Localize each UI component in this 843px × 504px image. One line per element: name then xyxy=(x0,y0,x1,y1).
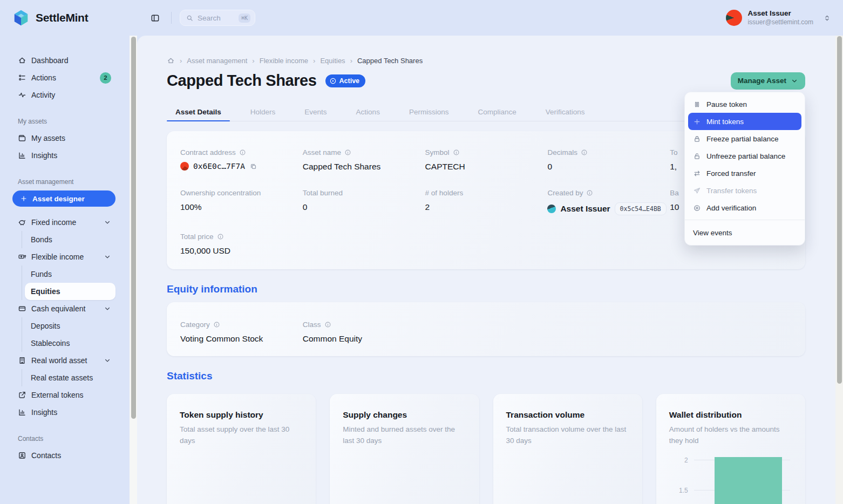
sidebar-item-external-tokens[interactable]: External tokens xyxy=(12,386,115,404)
tab-holders[interactable]: Holders xyxy=(242,103,284,121)
menu-item-add-verification[interactable]: Add verification xyxy=(688,199,801,216)
search-input[interactable] xyxy=(198,14,229,22)
home-icon[interactable] xyxy=(167,57,175,65)
field-label: Ba xyxy=(670,189,679,197)
wallet-distribution-chart: 2 1.5 xyxy=(669,457,792,504)
menu-item-unfreeze-partial-balance[interactable]: Unfreeze partial balance xyxy=(688,147,801,165)
sidebar-item-real-estate-assets[interactable]: Real estate assets xyxy=(25,369,115,386)
status-badge: Active xyxy=(325,74,366,87)
sidebar-item-label: Real world asset xyxy=(31,356,87,365)
sidebar-group-asset-management: Asset management xyxy=(18,178,115,186)
field-label: Asset name xyxy=(303,148,341,156)
sidebar-item-real-world-asset[interactable]: Real world asset xyxy=(12,352,115,369)
user-menu[interactable]: Asset Issuer issuer@settlemint.com xyxy=(726,9,831,26)
breadcrumb-asset-management[interactable]: Asset management xyxy=(187,57,247,65)
bar-chart-icon xyxy=(18,408,26,417)
sidebar-item-label: Fixed income xyxy=(31,218,76,227)
tab-events[interactable]: Events xyxy=(296,103,335,121)
menu-item-mint-tokens[interactable]: Mint tokens xyxy=(688,113,801,130)
actions-count-badge: 2 xyxy=(100,72,111,84)
sidebar-item-stablecoins[interactable]: Stablecoins xyxy=(25,335,115,352)
info-icon xyxy=(581,149,588,156)
breadcrumb-flexible-income[interactable]: Flexible income xyxy=(260,57,308,65)
asset-designer-button[interactable]: Asset designer xyxy=(12,190,115,207)
user-name: Asset Issuer xyxy=(747,9,813,18)
real-world-asset-children: Real estate assets xyxy=(22,369,115,386)
field-label: Total price xyxy=(180,233,214,241)
sidebar-item-insights-am[interactable]: Insights xyxy=(12,404,115,421)
field-class: Class Common Equity xyxy=(303,321,425,344)
tab-verifications[interactable]: Verifications xyxy=(537,103,594,121)
info-icon xyxy=(217,233,224,240)
breadcrumb-separator: › xyxy=(180,57,182,65)
menu-item-label: Freeze partial balance xyxy=(706,135,779,143)
fixed-income-children: Bonds xyxy=(22,231,115,248)
sidebar-item-contacts[interactable]: Contacts xyxy=(12,447,115,464)
sidebar-item-my-assets[interactable]: My assets xyxy=(12,130,115,147)
sidebar-group-my-assets: My assets xyxy=(18,118,115,125)
field-symbol: Symbol CAPTECH xyxy=(425,148,548,172)
sidebar-item-funds[interactable]: Funds xyxy=(25,265,115,283)
stat-card-description: Minted and burned assets over the last 3… xyxy=(343,424,466,447)
menu-item-label: Add verification xyxy=(706,204,756,212)
sidebar-item-insights[interactable]: Insights xyxy=(12,147,115,164)
tab-actions[interactable]: Actions xyxy=(348,103,389,121)
topbar-divider xyxy=(171,12,172,24)
statistics-heading: Statistics xyxy=(167,370,805,382)
brand-logo[interactable]: SettleMint xyxy=(0,9,137,27)
stat-card-description: Total transaction volume over the last 3… xyxy=(506,424,629,447)
sidebar-item-label: Real estate assets xyxy=(31,373,93,382)
sidebar-item-activity[interactable]: Activity xyxy=(12,86,115,104)
tab-asset-details[interactable]: Asset Details xyxy=(167,103,230,121)
field-label: Category xyxy=(180,321,210,329)
menu-item-forced-transfer[interactable]: Forced transfer xyxy=(688,165,801,182)
page-scrollbar-thumb[interactable] xyxy=(837,36,842,384)
stat-card-title: Supply changes xyxy=(343,410,466,420)
tab-permissions[interactable]: Permissions xyxy=(400,103,458,121)
menu-item-freeze-partial-balance[interactable]: Freeze partial balance xyxy=(688,130,801,147)
sidebar-item-fixed-income[interactable]: Fixed income xyxy=(12,214,115,231)
creator-avatar xyxy=(547,205,556,213)
tab-compliance[interactable]: Compliance xyxy=(469,103,525,121)
stat-card-title: Transaction volume xyxy=(506,410,629,420)
stat-card-transaction-volume: Transaction volume Total transaction vol… xyxy=(493,394,642,504)
sidebar-item-flexible-income[interactable]: Flexible income xyxy=(12,248,115,265)
search-box[interactable]: ⌘K xyxy=(180,10,255,26)
sidebar-scrollbar-thumb[interactable] xyxy=(131,37,136,419)
sidebar-item-cash-equivalent[interactable]: Cash equivalent xyxy=(12,300,115,317)
contract-address-value: 0x6E0c…7F7A xyxy=(193,162,245,171)
sidebar-toggle-button[interactable] xyxy=(147,10,163,26)
menu-item-pause-token[interactable]: Pause token xyxy=(688,96,801,113)
statistics-grid: Token supply history Total asset supply … xyxy=(167,394,805,504)
sidebar-item-deposits[interactable]: Deposits xyxy=(25,317,115,335)
chevron-down-icon xyxy=(104,357,111,364)
creator-address-badge[interactable]: 0x5c54…E4BB xyxy=(615,202,667,215)
menu-item-view-events[interactable]: View events xyxy=(688,223,801,242)
asset-designer-label: Asset designer xyxy=(32,195,85,203)
sidebar-scrollbar[interactable] xyxy=(130,36,137,504)
sidebar-item-bonds[interactable]: Bonds xyxy=(25,231,115,248)
sidebar-item-dashboard[interactable]: Dashboard xyxy=(12,52,115,69)
breadcrumb-equities[interactable]: Equities xyxy=(320,57,345,65)
plus-icon xyxy=(693,118,701,126)
search-icon xyxy=(186,14,194,22)
info-icon xyxy=(324,321,331,328)
breadcrumb: › Asset management › Flexible income › E… xyxy=(167,57,805,65)
page-scrollbar[interactable] xyxy=(835,36,843,504)
sidebar-item-label: Contacts xyxy=(31,451,61,460)
stat-card-token-supply-history: Token supply history Total asset supply … xyxy=(167,394,316,504)
sidebar-item-label: Insights xyxy=(31,408,57,417)
symbol-value: CAPTECH xyxy=(425,162,465,172)
sidebar-item-actions[interactable]: Actions 2 xyxy=(12,69,115,86)
play-circle-icon xyxy=(329,77,337,85)
chart-ytick: 1.5 xyxy=(669,487,694,494)
info-icon xyxy=(453,149,460,156)
menu-item-label: Pause token xyxy=(706,100,747,108)
field-label: Ownership concentration xyxy=(180,189,261,197)
copy-icon[interactable] xyxy=(249,162,257,171)
sidebar-item-equities[interactable]: Equities xyxy=(25,283,115,300)
manage-asset-button[interactable]: Manage Asset xyxy=(731,72,805,90)
equity-information-heading: Equity information xyxy=(167,283,805,295)
wallet-distribution-bar xyxy=(715,457,782,504)
sidebar-group-contacts: Contacts xyxy=(18,435,115,442)
